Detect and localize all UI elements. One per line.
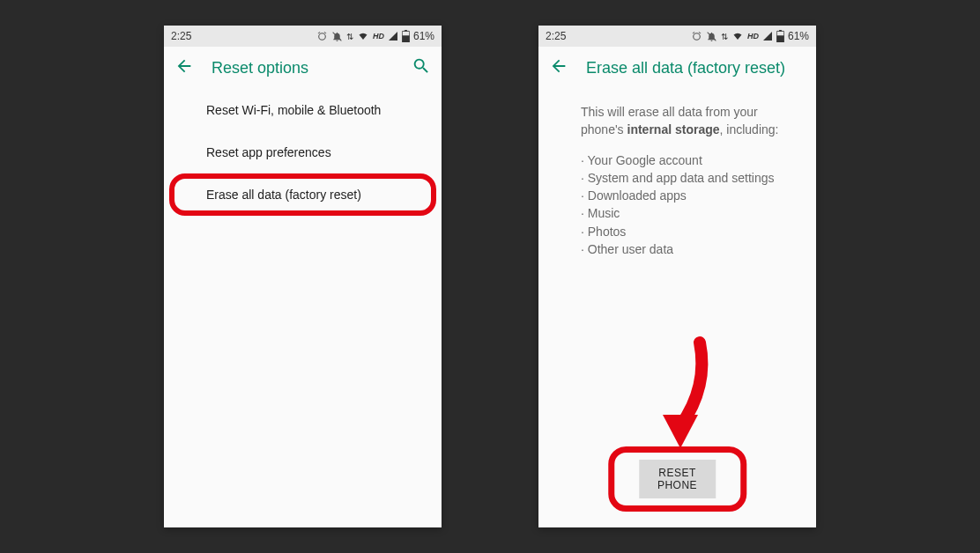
bullet-item: System and app data and settings — [581, 169, 795, 187]
bullet-item: Your Google account — [581, 151, 795, 169]
svg-rect-3 — [405, 30, 407, 31]
phone-screen-reset-options: 2:25 ⇅ HD 61% Reset options Reset Wi-Fi,… — [164, 26, 442, 527]
intro-text: This will erase all data from your phone… — [581, 103, 795, 139]
highlight-erase-data: Erase all data (factory reset) — [169, 173, 436, 216]
dnd-icon — [331, 31, 343, 42]
svg-rect-7 — [779, 30, 782, 31]
arrow-back-icon — [549, 56, 568, 76]
search-icon — [412, 56, 431, 76]
option-reset-app-prefs[interactable]: Reset app preferences — [164, 131, 442, 173]
hd-icon: HD — [747, 32, 759, 41]
option-reset-wifi[interactable]: Reset Wi-Fi, mobile & Bluetooth — [164, 89, 442, 131]
signal-updown-icon: ⇅ — [721, 32, 728, 41]
bullet-item: Downloaded apps — [581, 187, 795, 204]
signal-updown-icon: ⇅ — [346, 32, 353, 41]
back-button[interactable] — [174, 56, 194, 79]
hd-icon: HD — [373, 32, 384, 41]
reset-phone-button[interactable]: RESET PHONE — [639, 460, 716, 498]
app-bar: Reset options — [164, 47, 442, 89]
search-button[interactable] — [412, 56, 431, 79]
battery-icon — [402, 30, 410, 42]
svg-rect-2 — [402, 35, 409, 42]
intro-post: , including: — [720, 122, 779, 136]
clock: 2:25 — [171, 30, 191, 42]
status-bar: 2:25 ⇅ HD 61% — [164, 26, 442, 47]
battery-percent: 61% — [413, 30, 434, 42]
erase-bullets: Your Google account System and app data … — [581, 151, 795, 259]
page-title: Reset options — [212, 59, 394, 77]
battery-percent: 61% — [788, 30, 809, 42]
highlight-reset-button: RESET PHONE — [608, 446, 747, 512]
alarm-icon — [316, 31, 328, 42]
status-icons: ⇅ HD 61% — [691, 30, 809, 42]
status-icons: ⇅ HD 61% — [316, 30, 434, 42]
status-bar: 2:25 ⇅ HD 61% — [538, 26, 816, 47]
bullet-item: Other user data — [581, 240, 795, 258]
wifi-icon — [357, 31, 369, 41]
phone-screen-erase-all-data: 2:25 ⇅ HD 61% Erase all data (factory re… — [538, 26, 816, 527]
bullet-item: Music — [581, 204, 795, 222]
arrow-back-icon — [174, 56, 194, 76]
cell-signal-icon — [762, 31, 773, 41]
cell-signal-icon — [388, 31, 398, 41]
alarm-icon — [691, 31, 702, 42]
battery-icon — [776, 30, 784, 42]
option-erase-all-data[interactable]: Erase all data (factory reset) — [206, 188, 422, 202]
dnd-icon — [706, 31, 717, 42]
bullet-item: Photos — [581, 223, 795, 240]
clock: 2:25 — [546, 30, 566, 42]
erase-description: This will erase all data from your phone… — [538, 89, 816, 258]
svg-rect-6 — [776, 35, 783, 42]
app-bar: Erase all data (factory reset) — [538, 47, 816, 89]
page-title: Erase all data (factory reset) — [586, 59, 806, 77]
wifi-icon — [731, 31, 744, 41]
back-button[interactable] — [549, 56, 568, 79]
intro-bold: internal storage — [627, 122, 720, 136]
